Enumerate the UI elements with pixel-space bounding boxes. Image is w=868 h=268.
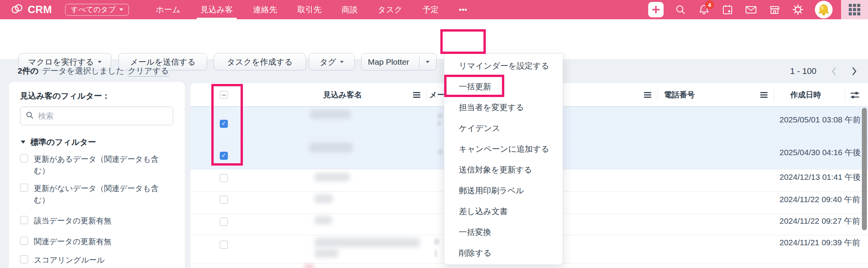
chevron-down-icon: [119, 8, 123, 11]
column-menu-icon[interactable]: [644, 92, 651, 98]
filter-item[interactable]: 更新があるデータ（関連データも含む）: [20, 154, 162, 176]
filter-item[interactable]: 更新がないデータ（関連データも含む）: [20, 184, 162, 206]
tab-accounts[interactable]: 取引先: [287, 0, 331, 19]
marketplace-icon[interactable]: [768, 3, 781, 16]
row-checkbox[interactable]: [220, 241, 228, 249]
tab-deals[interactable]: 商談: [331, 0, 368, 19]
checkbox[interactable]: [20, 154, 28, 162]
created-time-cell: 2024/11/21 09:39 午前: [779, 237, 861, 248]
column-header-created-time[interactable]: 作成日時: [790, 83, 821, 107]
blurred-lead-name: [310, 110, 351, 119]
row-checkbox[interactable]: [220, 218, 228, 226]
blurred-badge: [304, 265, 314, 268]
menu-item-set-reminder[interactable]: リマインダーを設定する: [444, 55, 563, 76]
created-time-cell: 2025/05/01 03:08 午前: [779, 114, 861, 125]
filters-title: 見込み客のフィルター：: [20, 90, 110, 101]
chevron-down-icon: [21, 141, 25, 144]
tab-home[interactable]: ホーム: [146, 0, 191, 19]
filter-label: 該当データの更新有無: [34, 215, 162, 226]
tab-leads[interactable]: 見込み客: [191, 0, 243, 19]
blurred-fragment: [437, 113, 443, 119]
all-tabs-dropdown[interactable]: すべてのタブ: [65, 4, 129, 16]
row-checkbox[interactable]: [220, 196, 228, 204]
blurred-fragment: [435, 250, 437, 257]
selected-text: データを選択しました: [42, 65, 124, 76]
blurred-lead-name: [314, 194, 333, 203]
filter-label: 関連データの更新有無: [34, 236, 162, 247]
created-time-cell: 2025/04/30 04:16 午後: [779, 147, 861, 158]
row-checkbox[interactable]: [220, 174, 228, 182]
row-checkbox[interactable]: [220, 152, 228, 160]
gear-icon[interactable]: [791, 3, 804, 16]
avatar[interactable]: [815, 1, 833, 18]
create-plus-button[interactable]: [648, 2, 664, 17]
column-menu-icon[interactable]: [413, 92, 420, 98]
blurred-lead-name: [314, 173, 350, 181]
menu-item-mass-update[interactable]: 一括更新: [444, 76, 563, 97]
vertical-scrollbar-thumb[interactable]: [862, 108, 867, 230]
standard-filters-section[interactable]: 標準のフィルター: [21, 137, 96, 147]
zoho-rings-icon: [10, 2, 24, 17]
menu-item-change-owner[interactable]: 担当者を変更する: [444, 97, 563, 118]
prev-page-icon[interactable]: [831, 67, 837, 76]
menu-item-delete[interactable]: 削除する: [444, 243, 563, 263]
tab-tasks[interactable]: タスク: [368, 0, 412, 19]
action-toolbar: マクロを実行する メールを送信する タスクを作成する タグ Map Plotte…: [0, 19, 868, 60]
checkbox[interactable]: [20, 184, 28, 192]
brand-name: CRM: [28, 4, 52, 16]
app-launcher[interactable]: [841, 0, 868, 19]
crm-app-window: CRM すべてのタブ ホーム 見込み客 連絡先 取引先 商談 タスク 予定 ••…: [0, 0, 868, 268]
column-header-lead-name[interactable]: 見込み客名: [287, 83, 398, 107]
select-all-checkbox[interactable]: [220, 91, 228, 99]
blurred-fragment: [434, 238, 440, 245]
selection-bar: 2件の データを選択しました クリアする 1 - 100: [0, 60, 868, 82]
checkbox[interactable]: [20, 216, 28, 224]
bell-icon[interactable]: 4: [697, 3, 711, 16]
filter-label: 更新があるデータ（関連データも含む）: [34, 153, 162, 176]
tab-meetings[interactable]: 予定: [413, 0, 449, 19]
clear-selection-link[interactable]: クリアする: [128, 65, 169, 77]
menu-item-mass-convert[interactable]: 一括変換: [444, 222, 563, 243]
menu-item-mail-merge[interactable]: 差し込み文書: [444, 201, 563, 222]
menu-item-add-to-campaign[interactable]: キャンペーンに追加する: [444, 139, 563, 159]
filter-item[interactable]: 関連データの更新有無: [20, 237, 162, 247]
filter-item[interactable]: 該当データの更新有無: [20, 216, 162, 226]
notification-badge: 4: [705, 0, 714, 9]
filters-sidebar: 見込み客のフィルター： 標準のフィルター 更新があるデータ（関連データも含む） …: [9, 82, 185, 268]
next-page-icon[interactable]: [851, 67, 857, 76]
record-range: 1 - 100: [790, 66, 817, 76]
brand[interactable]: CRM: [10, 2, 52, 17]
filter-item[interactable]: スコアリングルール: [20, 255, 162, 266]
selected-count: 2件の: [18, 65, 38, 76]
mail-icon[interactable]: [744, 3, 758, 16]
checkbox[interactable]: [20, 237, 28, 245]
calendar-icon[interactable]: [721, 3, 734, 16]
blurred-fragment: [437, 121, 441, 126]
actions-dropdown-menu: リマインダーを設定する 一括更新 担当者を変更する ケイデンス キャンペーンに追…: [444, 53, 563, 265]
checkbox[interactable]: [20, 255, 28, 263]
top-navbar: CRM すべてのタブ ホーム 見込み客 連絡先 取引先 商談 タスク 予定 ••…: [0, 0, 868, 19]
menu-item-cadences[interactable]: ケイデンス: [444, 118, 563, 139]
filter-search-box[interactable]: [20, 107, 173, 125]
all-tabs-label: すべてのタブ: [71, 5, 116, 15]
blurred-fragment: [438, 149, 443, 155]
blurred-lead-name: [309, 142, 353, 152]
column-header-phone[interactable]: 電話番号: [664, 83, 695, 107]
created-time-cell: 2024/11/22 09:27 午前: [779, 216, 861, 226]
column-settings-icon[interactable]: [850, 90, 860, 101]
app-grid-icon: [849, 4, 860, 15]
menu-item-update-consent[interactable]: 送信対象を更新する: [444, 159, 563, 180]
column-menu-icon[interactable]: [760, 92, 768, 98]
menu-item-print-mailing-labels[interactable]: 郵送用印刷ラベル: [444, 180, 563, 201]
row-checkbox[interactable]: [220, 120, 228, 128]
tab-more-ellipsis[interactable]: •••: [449, 0, 477, 19]
blurred-lead-name: [314, 238, 420, 247]
filter-search-input[interactable]: [37, 111, 167, 121]
pagination: 1 - 100: [790, 60, 858, 82]
filter-label: スコアリングルール: [34, 254, 162, 266]
search-icon: [26, 111, 33, 121]
created-time-cell: 2024/11/22 09:40 午前: [779, 194, 861, 205]
search-icon[interactable]: [674, 3, 687, 16]
standard-filters-label: 標準のフィルター: [30, 137, 96, 147]
tab-contacts[interactable]: 連絡先: [243, 0, 287, 19]
